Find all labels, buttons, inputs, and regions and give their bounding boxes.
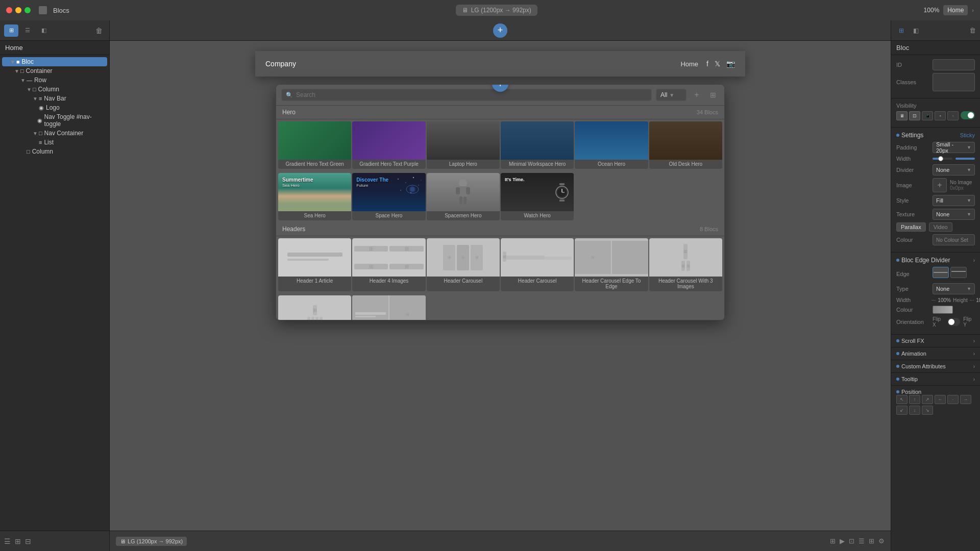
- zoom-fit-button[interactable]: ⊞: [830, 537, 836, 545]
- close-button[interactable]: [6, 7, 12, 13]
- tree-item-list[interactable]: ≡ List: [0, 138, 109, 147]
- pos-bl-button[interactable]: ↙: [896, 406, 908, 415]
- vis-tablet-button[interactable]: ⊡: [909, 111, 920, 120]
- pos-tl-button[interactable]: ↖: [896, 395, 908, 404]
- assets-tab-right[interactable]: ◧: [910, 24, 922, 37]
- vis-xs-button[interactable]: ▫: [947, 111, 959, 120]
- texture-dropdown[interactable]: None ▼: [933, 209, 975, 220]
- scroll-fx-collapse[interactable]: ›: [973, 338, 975, 344]
- slider-thumb[interactable]: [938, 156, 943, 161]
- minimize-button[interactable]: [15, 7, 21, 13]
- device-selector[interactable]: 🖥 LG (1200px → 992px): [456, 5, 537, 16]
- pos-tr-button[interactable]: ↗: [922, 395, 933, 404]
- paste-button[interactable]: ⊟: [25, 537, 31, 545]
- list-item[interactable]: Discover The Future: [352, 173, 425, 220]
- list-item[interactable]: Spacemen Hero: [427, 173, 500, 220]
- tree-item-logo[interactable]: ◉ Logo: [0, 103, 109, 112]
- type-dropdown[interactable]: None ▼: [933, 283, 975, 294]
- vis-small-button[interactable]: ▪: [935, 111, 946, 120]
- vis-mobile-button[interactable]: 📱: [922, 111, 933, 120]
- list-item[interactable]: Gradient Hero Text Purple: [352, 121, 425, 169]
- facebook-icon[interactable]: f: [706, 60, 708, 68]
- list-item[interactable]: ⊞ Header Carousel Edge To Edge: [352, 295, 425, 320]
- list-view-button[interactable]: ☰: [859, 537, 865, 545]
- tooltip-collapse[interactable]: ›: [973, 377, 975, 382]
- parallax-button[interactable]: Parallax: [896, 222, 926, 232]
- pos-tc-button[interactable]: ↑: [909, 395, 920, 404]
- grid-view-button[interactable]: ⊞: [869, 537, 874, 545]
- layers-tab[interactable]: ⊞: [4, 24, 18, 37]
- tree-item-navcontainer[interactable]: ▼ □ Nav Container: [0, 129, 109, 138]
- add-bloc-overlay-button[interactable]: +: [492, 84, 508, 92]
- pos-mr-button[interactable]: →: [960, 395, 971, 404]
- edge-collapse[interactable]: ›: [973, 258, 975, 263]
- bloc-tab[interactable]: ⊞: [895, 24, 908, 37]
- list-item[interactable]: Gradient Hero Text Green: [278, 121, 351, 169]
- delete-button[interactable]: 🗑: [93, 24, 105, 37]
- list-item[interactable]: ⊞ Header Carousel: [501, 238, 574, 291]
- video-button[interactable]: Video: [929, 222, 952, 232]
- id-field[interactable]: [933, 59, 975, 70]
- width-slider[interactable]: [933, 158, 952, 160]
- tree-item-bloc[interactable]: ▼ ■ Bloc: [2, 57, 107, 66]
- custom-attr-collapse[interactable]: ›: [973, 364, 975, 369]
- list-item[interactable]: Summertime Sea Hero Sea Hero: [278, 173, 351, 220]
- settings-button[interactable]: ⚙: [878, 537, 885, 545]
- edge-bottom-button[interactable]: [950, 267, 967, 278]
- style-dropdown[interactable]: Fill ▼: [933, 195, 975, 206]
- visibility-toggle[interactable]: [961, 111, 975, 119]
- copy-button[interactable]: ⊞: [15, 537, 21, 545]
- add-item-button[interactable]: ☰: [4, 537, 11, 545]
- pos-mc-button[interactable]: ·: [947, 395, 959, 404]
- list-item[interactable]: ⊞ ⊞ ⊞ Header Carousel With 3 Images: [649, 238, 722, 291]
- pos-ml-button[interactable]: ←: [935, 395, 946, 404]
- list-item[interactable]: Ocean Hero: [575, 121, 648, 169]
- width-slider2[interactable]: [955, 158, 975, 160]
- twitter-icon[interactable]: 𝕏: [715, 60, 720, 68]
- chevron-icon[interactable]: ›: [972, 7, 974, 13]
- add-bloc-top-button[interactable]: +: [493, 23, 507, 38]
- image-add-button[interactable]: +: [933, 178, 947, 192]
- tree-item-navtoggle[interactable]: ◉ Nav Toggle #nav-toggle: [0, 112, 109, 129]
- maximize-button[interactable]: [24, 7, 31, 13]
- settings-arrow[interactable]: Sticky: [960, 132, 975, 138]
- pos-bc-button[interactable]: ↓: [909, 406, 920, 415]
- list-item[interactable]: Header 1 Article: [278, 238, 351, 291]
- responsive-button[interactable]: ⊡: [849, 537, 854, 545]
- right-delete-button[interactable]: 🗑: [969, 27, 976, 34]
- flip-x-toggle[interactable]: [947, 318, 960, 326]
- animation-label: Animation: [901, 350, 926, 357]
- preview-button[interactable]: ▶: [840, 537, 845, 545]
- pages-tab[interactable]: ☰: [20, 24, 35, 37]
- list-item[interactable]: ⊞ ⊞ ⊞ Header Carousel: [427, 238, 500, 291]
- list-item[interactable]: ⊞ ⊞ ⊞ ⊞ ⊞ Header Carousel With 4 Images: [278, 295, 351, 320]
- pos-br-button[interactable]: ↘: [922, 406, 933, 415]
- list-item[interactable]: Laptop Hero: [427, 121, 500, 169]
- list-item[interactable]: ⊞ Header Carousel Edge To Edge: [575, 238, 648, 291]
- colour-gradient[interactable]: [933, 306, 953, 314]
- picker-grid-button[interactable]: ⊞: [707, 89, 719, 101]
- list-item[interactable]: ⊞ ⊞ ⊞ ⊞ Header 4 Images: [352, 238, 425, 291]
- instagram-icon[interactable]: 📷: [726, 60, 735, 68]
- tree-item-column1[interactable]: ▼ □ Column: [0, 85, 109, 94]
- divider-dropdown[interactable]: None ▼: [933, 164, 975, 176]
- list-item[interactable]: Minimal Workspace Hero: [501, 121, 574, 169]
- classes-field[interactable]: [933, 73, 975, 91]
- tree-item-row[interactable]: ▼ — Row: [0, 76, 109, 85]
- edge-top-button[interactable]: [933, 267, 949, 278]
- tree-item-navbar[interactable]: ▼ ≡ Nav Bar: [0, 94, 109, 103]
- nav-home-link[interactable]: Home: [680, 60, 698, 68]
- vis-desktop-button[interactable]: 🖥: [896, 111, 908, 120]
- page-badge[interactable]: Home: [943, 5, 968, 15]
- list-item[interactable]: Old Desk Hero: [649, 121, 722, 169]
- search-input[interactable]: [296, 91, 647, 98]
- colour-field[interactable]: No Colour Set: [933, 234, 975, 245]
- tree-item-container[interactable]: ▼ □ Container: [0, 66, 109, 76]
- padding-dropdown[interactable]: Small - 20px ▼: [933, 142, 975, 153]
- list-item[interactable]: It's Time.: [501, 173, 574, 220]
- assets-tab[interactable]: ◧: [37, 24, 51, 37]
- picker-add-button[interactable]: +: [691, 89, 703, 101]
- tree-item-column2[interactable]: □ Column: [0, 147, 109, 156]
- animation-collapse[interactable]: ›: [973, 351, 975, 357]
- filter-dropdown[interactable]: All ▼: [656, 89, 687, 101]
